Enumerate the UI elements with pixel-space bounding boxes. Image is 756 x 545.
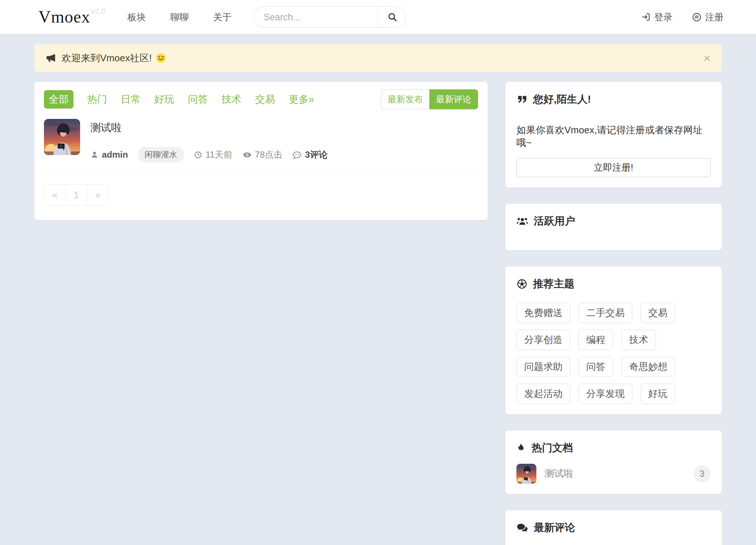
- hot-docs-title: 热门文档: [532, 441, 573, 455]
- tag-qa[interactable]: 问答: [578, 357, 613, 377]
- smile-emoji-icon: [155, 52, 166, 64]
- topic-author-link[interactable]: admin: [90, 150, 128, 160]
- auth-links: 登录 R 注册: [641, 11, 724, 23]
- main-column: 全部 热门 日常 好玩 问答 技术 交易 更多» 最新发布 最新评论: [34, 82, 488, 220]
- search-box: [254, 6, 406, 28]
- tab-tech[interactable]: 技术: [221, 93, 241, 106]
- hot-docs-card: 热门文档 测试啦 3: [505, 431, 722, 494]
- tag-share-create[interactable]: 分享创造: [516, 330, 570, 350]
- tab-hot[interactable]: 热门: [87, 93, 107, 106]
- user-icon: [90, 151, 99, 159]
- tab-daily[interactable]: 日常: [121, 93, 141, 106]
- active-users-title: 活跃用户: [534, 214, 575, 228]
- topic-body: 测试啦 admin 闲聊灌水 1: [90, 119, 478, 162]
- topic-title-link[interactable]: 测试啦: [90, 121, 121, 135]
- register-label: 注册: [705, 11, 724, 23]
- search-icon: [387, 12, 398, 22]
- top-navbar: Vmoex v1.0 板块 聊聊 关于 登录 R 注册: [0, 0, 756, 34]
- sort-toggle: 最新发布 最新评论: [381, 89, 478, 109]
- clock-icon: [194, 151, 202, 159]
- tab-trade[interactable]: 交易: [255, 93, 275, 106]
- topic-time: 11天前: [194, 149, 233, 161]
- topic-author-avatar[interactable]: [44, 119, 80, 155]
- tab-fun[interactable]: 好玩: [154, 93, 174, 106]
- topic-list-card: 全部 热门 日常 好玩 问答 技术 交易 更多» 最新发布 最新评论: [34, 82, 488, 220]
- nav-link-chat[interactable]: 聊聊: [170, 11, 189, 23]
- welcome-banner: 欢迎来到Vmoex社区! ×: [34, 44, 722, 72]
- brand-name: Vmoex: [38, 8, 90, 25]
- topic-tags: 免费赠送 二手交易 交易 分享创造 编程 技术 问题求助 问答 奇思妙想 发起活…: [516, 303, 711, 404]
- bullhorn-icon: [45, 52, 56, 64]
- sidebar: 您好,陌生人! 如果你喜欢Vmoex,请记得注册或者保存网址哦~ 立即注册! 活…: [505, 82, 722, 545]
- tab-all[interactable]: 全部: [44, 90, 73, 109]
- recommended-topics-title: 推荐主题: [533, 277, 574, 291]
- hot-doc-title-link[interactable]: 测试啦: [544, 467, 573, 480]
- pagination-page-1[interactable]: 1: [66, 185, 87, 206]
- pagination-next-button[interactable]: »: [87, 185, 109, 206]
- topic-row: 测试啦 admin 闲聊灌水 1: [44, 119, 478, 173]
- hot-doc-count-badge: 3: [694, 465, 711, 482]
- hot-doc-item: 测试啦 3: [516, 464, 711, 484]
- fire-icon: [516, 442, 526, 453]
- comments-icon: [516, 522, 528, 533]
- svg-text:R: R: [695, 14, 699, 20]
- topic-clicks-text: 78点击: [255, 149, 283, 161]
- brand-logo[interactable]: Vmoex v1.0: [38, 8, 105, 25]
- greeting-card: 您好,陌生人! 如果你喜欢Vmoex,请记得注册或者保存网址哦~ 立即注册!: [505, 82, 722, 188]
- tag-events[interactable]: 发起活动: [516, 384, 570, 404]
- pagination-prev-button[interactable]: «: [44, 185, 66, 206]
- recommended-topics-card: 推荐主题 免费赠送 二手交易 交易 分享创造 编程 技术 问题求助 问答 奇思妙…: [505, 267, 722, 414]
- login-label: 登录: [654, 11, 673, 23]
- futbol-icon: [516, 278, 528, 289]
- search-input[interactable]: [254, 12, 378, 23]
- nav-links: 板块 聊聊 关于: [127, 11, 231, 23]
- sign-in-icon: [641, 12, 651, 22]
- greeting-header: 您好,陌生人!: [516, 92, 711, 106]
- filter-tabs-row: 全部 热门 日常 好玩 问答 技术 交易 更多» 最新发布 最新评论: [44, 89, 478, 109]
- register-link[interactable]: R 注册: [692, 11, 724, 23]
- tab-qa[interactable]: 问答: [188, 93, 208, 106]
- latest-comments-header: 最新评论: [516, 521, 711, 535]
- tag-fun[interactable]: 好玩: [640, 384, 675, 404]
- greeting-body: 如果你喜欢Vmoex,请记得注册或者保存网址哦~: [516, 124, 711, 149]
- topic-category-pill[interactable]: 闲聊灌水: [138, 147, 184, 162]
- nav-link-about[interactable]: 关于: [213, 11, 231, 23]
- latest-comments-title: 最新评论: [534, 521, 575, 535]
- recommended-topics-header: 推荐主题: [516, 277, 711, 291]
- brand-version: v1.0: [91, 7, 105, 16]
- hot-docs-header: 热门文档: [516, 441, 711, 455]
- register-now-button[interactable]: 立即注册!: [516, 158, 711, 177]
- users-icon: [516, 216, 528, 227]
- latest-comments-card: 最新评论 admin » 测试啦 11天前: [505, 510, 722, 545]
- topic-time-text: 11天前: [206, 149, 233, 161]
- tab-more[interactable]: 更多»: [289, 93, 314, 106]
- page-content: 全部 热门 日常 好玩 问答 技术 交易 更多» 最新发布 最新评论: [34, 82, 722, 545]
- sort-latest-comment-button[interactable]: 最新评论: [429, 89, 478, 109]
- search-button[interactable]: [378, 7, 406, 27]
- login-link[interactable]: 登录: [641, 11, 673, 23]
- topic-meta: admin 闲聊灌水 11天前: [90, 147, 478, 162]
- active-users-body: [516, 228, 711, 240]
- tag-tech[interactable]: 技术: [621, 330, 656, 350]
- pagination: « 1 »: [44, 184, 109, 206]
- registered-icon: R: [692, 12, 702, 22]
- banner-close-button[interactable]: ×: [703, 52, 711, 64]
- eye-icon: [243, 150, 252, 160]
- topic-clicks: 78点击: [243, 149, 283, 161]
- comment-bubble-icon: [292, 150, 302, 160]
- nav-link-boards[interactable]: 板块: [127, 11, 146, 23]
- hot-doc-avatar[interactable]: [516, 464, 536, 484]
- tag-programming[interactable]: 编程: [578, 330, 613, 350]
- tag-secondhand[interactable]: 二手交易: [578, 303, 632, 323]
- greeting-title: 您好,陌生人!: [533, 92, 591, 106]
- tag-trade[interactable]: 交易: [640, 303, 675, 323]
- banner-text: 欢迎来到Vmoex社区!: [62, 52, 152, 65]
- tag-free-giveaway[interactable]: 免费赠送: [516, 303, 570, 323]
- tag-ideas[interactable]: 奇思妙想: [621, 357, 675, 377]
- topic-comments-text: 3评论: [305, 149, 327, 161]
- topic-author-name: admin: [102, 150, 128, 160]
- tag-help[interactable]: 问题求助: [516, 357, 570, 377]
- topic-comments-link[interactable]: 3评论: [292, 149, 327, 161]
- sort-latest-post-button[interactable]: 最新发布: [381, 89, 429, 109]
- tag-share-discover[interactable]: 分享发现: [578, 384, 632, 404]
